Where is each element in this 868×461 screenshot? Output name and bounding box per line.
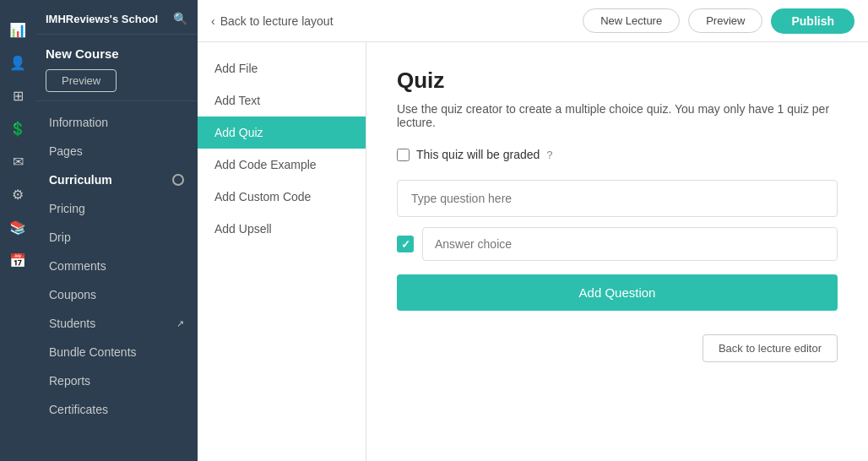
sidebar-school-header: IMHReviews's School 🔍	[35, 0, 198, 35]
quiz-question-input[interactable]	[397, 180, 838, 217]
quiz-graded-checkbox[interactable]	[397, 149, 410, 161]
sidebar-item-students[interactable]: Students ↗	[35, 309, 198, 338]
nav-icon-mail[interactable]: ✉	[0, 145, 35, 178]
nav-icon-users[interactable]: 👤	[0, 46, 35, 79]
nav-icon-library[interactable]: 📚	[0, 211, 35, 244]
quiz-graded-row: This quiz will be graded ?	[397, 148, 838, 161]
sidebar-item-certificates[interactable]: Certificates	[35, 395, 198, 424]
content-area: Add File Add Text Add Quiz Add Code Exam…	[198, 42, 868, 461]
file-sidebar-add-quiz[interactable]: Add Quiz	[198, 117, 366, 149]
back-to-lecture-layout-link[interactable]: ‹ Back to lecture layout	[211, 14, 334, 28]
quiz-answer-input[interactable]	[422, 227, 838, 261]
sidebar-item-bundle-contents[interactable]: Bundle Contents	[35, 338, 198, 366]
back-to-lecture-editor-button[interactable]: Back to lecture editor	[703, 334, 838, 362]
nav-icon-money[interactable]: 💲	[0, 112, 35, 145]
quiz-answer-row	[397, 227, 838, 261]
sidebar-course-section: New Course Preview	[35, 35, 198, 101]
answer-checked-checkbox[interactable]	[397, 236, 414, 252]
quiz-graded-help-icon[interactable]: ?	[546, 149, 552, 161]
sidebar: IMHReviews's School 🔍 New Course Preview…	[35, 0, 198, 461]
file-sidebar: Add File Add Text Add Quiz Add Code Exam…	[198, 42, 366, 461]
nav-rail: 📊 👤 ⊞ 💲 ✉ ⚙ 📚 📅	[0, 0, 35, 461]
course-title: New Course	[46, 46, 187, 61]
sidebar-item-curriculum[interactable]: Curriculum	[35, 165, 198, 194]
school-name: IMHReviews's School	[46, 13, 158, 25]
sidebar-nav: Information Pages Curriculum Pricing Dri…	[35, 101, 198, 431]
sidebar-preview-button[interactable]: Preview	[46, 69, 117, 92]
nav-icon-calendar[interactable]: 📅	[0, 244, 35, 277]
search-icon[interactable]: 🔍	[173, 12, 187, 25]
sidebar-item-pages[interactable]: Pages	[35, 137, 198, 165]
quiz-description: Use the quiz creator to create a multipl…	[397, 102, 838, 129]
preview-button[interactable]: Preview	[688, 8, 762, 33]
quiz-graded-label: This quiz will be graded	[416, 148, 540, 161]
quiz-area: Quiz Use the quiz creator to create a mu…	[366, 42, 868, 461]
sidebar-item-information[interactable]: Information	[35, 108, 198, 137]
nav-rail-header	[0, 0, 35, 14]
quiz-title: Quiz	[397, 68, 838, 94]
sidebar-item-drip[interactable]: Drip	[35, 223, 198, 252]
nav-icon-grid[interactable]: ⊞	[0, 79, 35, 112]
back-chevron-icon: ‹	[211, 14, 215, 28]
nav-icon-dashboard[interactable]: 📊	[0, 14, 35, 46]
sidebar-item-comments[interactable]: Comments	[35, 252, 198, 280]
file-sidebar-add-file[interactable]: Add File	[198, 52, 366, 84]
file-sidebar-add-custom-code[interactable]: Add Custom Code	[198, 181, 366, 213]
nav-icon-settings[interactable]: ⚙	[0, 178, 35, 211]
back-to-editor-row: Back to lecture editor	[397, 334, 838, 362]
publish-button[interactable]: Publish	[771, 8, 854, 34]
file-sidebar-add-code-example[interactable]: Add Code Example	[198, 149, 366, 181]
sidebar-item-pricing[interactable]: Pricing	[35, 194, 198, 223]
top-bar: ‹ Back to lecture layout New Lecture Pre…	[198, 0, 868, 42]
new-lecture-button[interactable]: New Lecture	[583, 8, 680, 33]
sidebar-item-reports[interactable]: Reports	[35, 366, 198, 395]
curriculum-indicator	[172, 174, 184, 186]
main-area: ‹ Back to lecture layout New Lecture Pre…	[198, 0, 868, 461]
file-sidebar-add-text[interactable]: Add Text	[198, 84, 366, 117]
add-question-button[interactable]: Add Question	[397, 274, 838, 311]
top-bar-right: New Lecture Preview Publish	[583, 8, 854, 34]
sidebar-item-coupons[interactable]: Coupons	[35, 280, 198, 309]
external-link-icon: ↗	[176, 318, 184, 329]
file-sidebar-add-upsell[interactable]: Add Upsell	[198, 213, 366, 245]
